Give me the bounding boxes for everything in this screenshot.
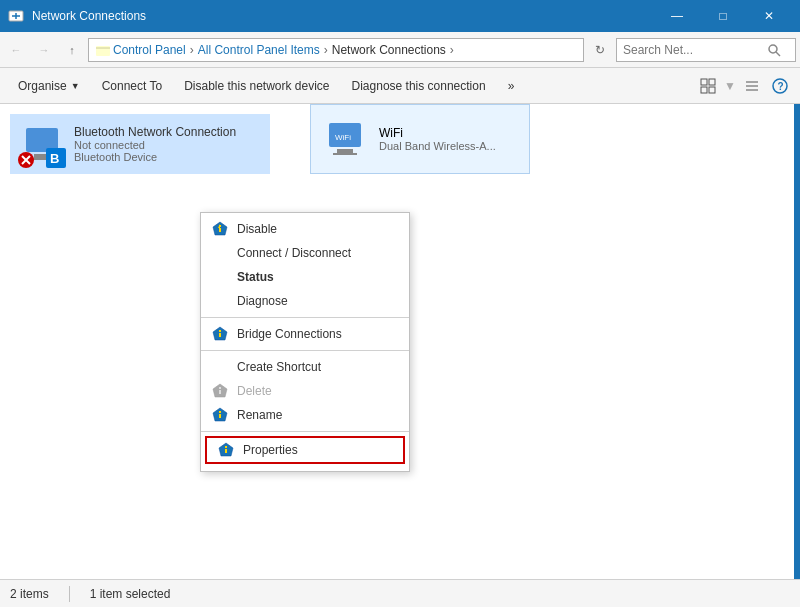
svg-rect-36: [219, 411, 221, 413]
svg-point-2: [769, 45, 777, 53]
ctx-properties[interactable]: Properties: [205, 436, 405, 464]
ctx-delete-icon: [211, 382, 229, 400]
ctx-create-shortcut[interactable]: Create Shortcut: [201, 355, 409, 379]
svg-rect-31: [219, 333, 221, 337]
bluetooth-network-type: Bluetooth Device: [74, 151, 262, 163]
connect-to-button[interactable]: Connect To: [92, 72, 173, 100]
status-separator: [69, 586, 70, 602]
refresh-button[interactable]: ↻: [588, 38, 612, 62]
bluetooth-icon-container: B: [18, 120, 66, 168]
wifi-status: Dual Band Wireless-A...: [379, 140, 496, 152]
breadcrumb-control-panel[interactable]: Control Panel: [113, 43, 186, 57]
bluetooth-network-item[interactable]: B Bluetooth Network Connection Not conne…: [10, 114, 270, 174]
svg-rect-30: [219, 330, 221, 332]
title-bar-icon: [8, 8, 24, 24]
address-bar: ← → ↑ Control Panel › All Control Panel …: [0, 32, 800, 68]
svg-rect-40: [225, 449, 227, 453]
main-content: B Bluetooth Network Connection Not conne…: [0, 104, 800, 607]
wifi-network-item[interactable]: WiFi WiFi Dual Band Wireless-A...: [310, 104, 530, 174]
svg-text:WiFi: WiFi: [335, 133, 351, 142]
search-box: [616, 38, 796, 62]
title-bar: Network Connections — □ ✕: [0, 0, 800, 32]
ctx-sep-2: [201, 350, 409, 351]
view-sep: ▼: [724, 79, 736, 93]
folder-icon: [95, 42, 111, 58]
toolbar: Organise ▼ Connect To Disable this netwo…: [0, 68, 800, 104]
selected-count: 1 item selected: [90, 587, 171, 601]
wifi-name: WiFi: [379, 126, 496, 140]
svg-line-3: [776, 52, 780, 56]
ctx-bridge-connections[interactable]: Bridge Connections: [201, 322, 409, 346]
minimize-button[interactable]: —: [654, 0, 700, 32]
ctx-properties-icon: [217, 441, 235, 459]
svg-rect-23: [333, 153, 357, 155]
close-button[interactable]: ✕: [746, 0, 792, 32]
svg-rect-34: [219, 390, 221, 394]
ctx-disable[interactable]: Disable: [201, 217, 409, 241]
svg-rect-6: [701, 87, 707, 93]
view-options-button[interactable]: [696, 74, 720, 98]
ctx-delete[interactable]: Delete: [201, 379, 409, 403]
ctx-status[interactable]: Status: [201, 265, 409, 289]
svg-rect-4: [701, 79, 707, 85]
wifi-info: WiFi Dual Band Wireless-A...: [379, 126, 496, 152]
ctx-connect-disconnect[interactable]: Connect / Disconnect: [201, 241, 409, 265]
ctx-sep-1: [201, 317, 409, 318]
details-view-button[interactable]: [740, 74, 764, 98]
more-options-button[interactable]: »: [498, 72, 525, 100]
svg-rect-28: [219, 225, 221, 227]
organise-button[interactable]: Organise ▼: [8, 72, 90, 100]
breadcrumb-all-items[interactable]: All Control Panel Items: [198, 43, 320, 57]
bluetooth-network-info: Bluetooth Network Connection Not connect…: [74, 125, 262, 163]
context-menu: Disable Connect / Disconnect Status Diag…: [200, 212, 410, 472]
ctx-sep-3: [201, 431, 409, 432]
bluetooth-network-status: Not connected: [74, 139, 262, 151]
svg-rect-37: [219, 414, 221, 418]
toolbar-right: ▼ ?: [696, 74, 792, 98]
search-input[interactable]: [623, 43, 763, 57]
svg-rect-27: [219, 228, 221, 232]
maximize-button[interactable]: □: [700, 0, 746, 32]
wifi-icon: WiFi: [321, 115, 369, 163]
svg-rect-33: [219, 387, 221, 389]
svg-rect-39: [225, 446, 227, 448]
item-count: 2 items: [10, 587, 49, 601]
title-bar-controls: — □ ✕: [654, 0, 792, 32]
svg-rect-5: [709, 79, 715, 85]
search-icon: [767, 43, 781, 57]
breadcrumb-current: Network Connections: [332, 43, 446, 57]
title-bar-title: Network Connections: [32, 9, 146, 23]
back-button[interactable]: ←: [4, 38, 28, 62]
bluetooth-overlay-icon: B: [46, 148, 66, 168]
ctx-rename[interactable]: Rename: [201, 403, 409, 427]
svg-rect-22: [337, 149, 353, 153]
disable-device-button[interactable]: Disable this network device: [174, 72, 339, 100]
svg-rect-7: [709, 87, 715, 93]
right-edge-strip: [794, 104, 800, 607]
ctx-rename-icon: [211, 406, 229, 424]
breadcrumb-bar: Control Panel › All Control Panel Items …: [88, 38, 584, 62]
help-button[interactable]: ?: [768, 74, 792, 98]
ctx-bridge-icon: [211, 325, 229, 343]
diagnose-connection-button[interactable]: Diagnose this connection: [342, 72, 496, 100]
up-button[interactable]: ↑: [60, 38, 84, 62]
forward-button[interactable]: →: [32, 38, 56, 62]
ctx-diagnose[interactable]: Diagnose: [201, 289, 409, 313]
ctx-disable-icon: [211, 220, 229, 238]
error-x-icon: [18, 152, 34, 168]
svg-text:?: ?: [778, 81, 784, 92]
status-bar: 2 items 1 item selected: [0, 579, 800, 607]
svg-text:B: B: [50, 151, 59, 166]
bluetooth-network-name: Bluetooth Network Connection: [74, 125, 262, 139]
